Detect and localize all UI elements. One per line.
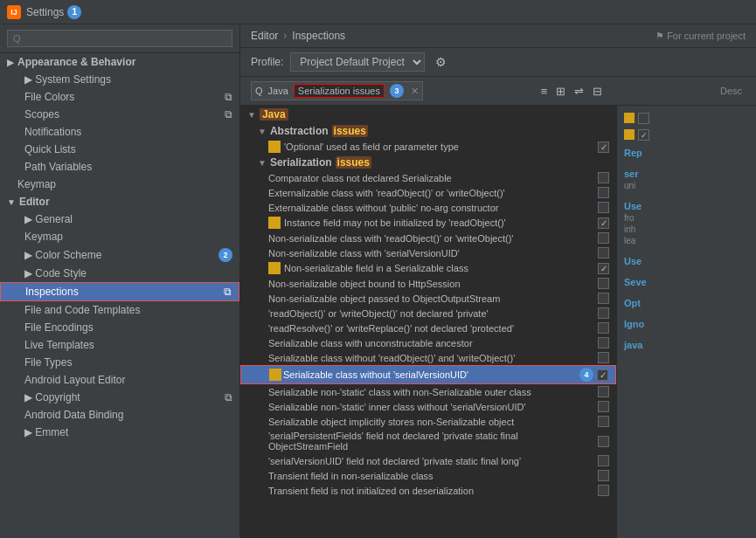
insp-item-nonser-field[interactable]: Non-serializable field in a Serializable… xyxy=(240,260,616,276)
insp-item-nonser-http[interactable]: Non-serializable object bound to HttpSes… xyxy=(240,276,616,291)
sidebar-item-notifications[interactable]: Notifications xyxy=(0,123,239,141)
sidebar-item-file-colors[interactable]: File Colors ⧉ xyxy=(0,88,239,106)
filter-btn-1[interactable]: ≡ xyxy=(538,83,551,100)
insp-item-ser-unconstructable[interactable]: Serializable class with unconstructable … xyxy=(240,335,616,350)
sidebar-item-system-settings[interactable]: ▶ System Settings xyxy=(0,71,239,88)
desc-text-fro: fro xyxy=(624,213,749,223)
item-checkbox[interactable] xyxy=(598,485,609,496)
filter-btn-2[interactable]: ⊞ xyxy=(553,83,568,100)
gear-button[interactable]: ⚙ xyxy=(432,53,450,71)
filter-btn-3[interactable]: ⇌ xyxy=(572,83,586,100)
insp-subgroup-serialization[interactable]: ▼ Serialization issues xyxy=(240,155,616,170)
breadcrumb-editor: Editor xyxy=(251,30,278,42)
sidebar: ▶ Appearance & Behavior ▶ System Setting… xyxy=(0,24,240,538)
item-label: ▶ Code Style xyxy=(24,267,87,279)
clear-search-icon[interactable]: ✕ xyxy=(411,86,419,97)
desc-title-use2: Use xyxy=(624,256,749,266)
right-panel: Editor › Inspections ⚑ For current proje… xyxy=(240,24,756,538)
item-checkbox[interactable] xyxy=(598,470,609,481)
insp-item-svuid-long[interactable]: 'serialVersionUID' field not declared 'p… xyxy=(240,453,616,468)
insp-item-text: Serializable non-'static' inner class wi… xyxy=(268,402,594,412)
insp-item-nonser-version[interactable]: Non-serializable class with 'serialVersi… xyxy=(240,245,616,260)
sidebar-item-file-encodings[interactable]: File Encodings xyxy=(0,319,239,336)
sidebar-item-file-types[interactable]: File Types xyxy=(0,354,239,371)
sidebar-search-input[interactable] xyxy=(7,30,232,47)
sidebar-item-code-style[interactable]: ▶ Code Style xyxy=(0,265,239,282)
item-checkbox[interactable] xyxy=(598,187,609,198)
insp-item-ser-without-readwrite[interactable]: Serializable class without 'readObject()… xyxy=(240,350,616,365)
item-checkbox[interactable] xyxy=(598,307,609,319)
item-checkbox[interactable] xyxy=(598,386,609,397)
sidebar-group-editor[interactable]: ▼ Editor xyxy=(0,193,239,210)
inspection-list: ▼ Java ▼ Abstraction issues 'Optional' u… xyxy=(240,106,616,538)
insp-item-comparator[interactable]: Comparator class not declared Serializab… xyxy=(240,170,616,185)
insp-item-transient-nonser[interactable]: Transient field in non-serializable clas… xyxy=(240,468,616,483)
item-checkbox[interactable] xyxy=(597,369,608,381)
desc-title-ser: ser xyxy=(624,169,749,179)
item-checkbox[interactable] xyxy=(598,232,609,244)
insp-item-ser-without-svuid[interactable]: Serializable class without 'serialVersio… xyxy=(240,365,616,384)
insp-item-text: 'serialVersionUID' field not declared 'p… xyxy=(268,456,594,466)
severity-yellow-icon xyxy=(268,141,281,153)
item-checkbox[interactable] xyxy=(598,337,609,348)
item-checkbox[interactable] xyxy=(598,352,609,363)
item-checkbox[interactable] xyxy=(598,322,609,334)
insp-subgroup-abstraction[interactable]: ▼ Abstraction issues xyxy=(240,123,616,139)
breadcrumb-inspections: Inspections xyxy=(292,30,345,42)
item-checkbox[interactable] xyxy=(598,416,609,427)
insp-item-ser-implicit[interactable]: Serializable object implicitly stores no… xyxy=(240,414,616,429)
item-checkbox[interactable] xyxy=(598,202,609,213)
sidebar-item-scopes[interactable]: Scopes ⧉ xyxy=(0,106,239,123)
sidebar-item-inspections[interactable]: Inspections ⧉ xyxy=(0,282,239,301)
breadcrumb-bar: Editor › Inspections ⚑ For current proje… xyxy=(240,24,756,48)
sidebar-item-path-variables[interactable]: Path Variables xyxy=(0,158,239,176)
sidebar-item-android-data-binding[interactable]: Android Data Binding xyxy=(0,406,239,424)
insp-item-instance-field[interactable]: Instance field may not be initialized by… xyxy=(240,215,616,231)
sidebar-item-android-layout-editor[interactable]: Android Layout Editor xyxy=(0,371,239,389)
insp-item-ser-nonstatic-inner[interactable]: Serializable non-'static' inner class wi… xyxy=(240,399,616,414)
item-label: Keymap xyxy=(17,178,56,190)
sidebar-item-color-scheme[interactable]: ▶ Color Scheme 2 xyxy=(0,245,239,265)
item-checkbox[interactable] xyxy=(598,293,609,304)
sidebar-item-live-templates[interactable]: Live Templates xyxy=(0,336,239,354)
sidebar-group-label: Editor xyxy=(19,196,50,208)
item-checkbox[interactable] xyxy=(598,247,609,259)
profile-select[interactable]: Project Default Project xyxy=(290,52,425,72)
insp-item-text: Serializable object implicitly stores no… xyxy=(268,417,594,427)
insp-item-optional[interactable]: 'Optional' used as field or parameter ty… xyxy=(240,139,616,155)
insp-item-ser-nonstatic-outer[interactable]: Serializable non-'static' class with non… xyxy=(240,384,616,399)
item-checkbox[interactable] xyxy=(598,141,609,153)
sidebar-item-general[interactable]: ▶ General xyxy=(0,210,239,228)
sidebar-item-emmet[interactable]: ▶ Emmet xyxy=(0,424,239,441)
insp-group-java[interactable]: ▼ Java xyxy=(240,106,616,123)
insp-item-text: 'Optional' used as field or parameter ty… xyxy=(284,141,594,152)
insp-item-readobject-private[interactable]: 'readObject()' or 'writeObject()' not de… xyxy=(240,306,616,321)
insp-item-text: Instance field may not be initialized by… xyxy=(284,217,594,228)
insp-item-serial-persistent[interactable]: 'serialPersistentFields' field not decla… xyxy=(240,429,616,453)
item-label: ▶ General xyxy=(24,213,73,225)
sidebar-group-appearance[interactable]: ▶ Appearance & Behavior xyxy=(0,53,239,71)
insp-item-externalizable-noarg[interactable]: Externalizable class without 'public' no… xyxy=(240,200,616,215)
sidebar-item-font[interactable]: Keymap xyxy=(0,228,239,245)
insp-item-transient-init[interactable]: Transient field is not initialized on de… xyxy=(240,483,616,498)
insp-item-externalizable-readwrite[interactable]: Externalizable class with 'readObject()'… xyxy=(240,185,616,200)
filter-btn-4[interactable]: ⊟ xyxy=(590,83,605,100)
insp-item-text: Serializable class with unconstructable … xyxy=(268,338,594,348)
sidebar-item-keymap[interactable]: Keymap xyxy=(0,176,239,193)
title-badge: 1 xyxy=(67,5,81,19)
item-checkbox[interactable] xyxy=(598,401,609,412)
item-checkbox[interactable] xyxy=(598,217,609,229)
item-label: Inspections xyxy=(25,286,79,298)
insp-item-readresolve-protected[interactable]: 'readResolve()' or 'writeReplace()' not … xyxy=(240,321,616,335)
insp-item-nonser-readwrite[interactable]: Non-serializable class with 'readObject(… xyxy=(240,231,616,245)
item-checkbox[interactable] xyxy=(598,436,609,447)
item-checkbox[interactable] xyxy=(598,263,609,274)
item-checkbox[interactable] xyxy=(598,455,609,466)
item-checkbox[interactable] xyxy=(598,278,609,289)
item-checkbox[interactable] xyxy=(598,172,609,183)
abstraction-issues-label: issues xyxy=(332,125,368,137)
sidebar-item-file-code-templates[interactable]: File and Code Templates xyxy=(0,301,239,319)
insp-item-nonser-oos[interactable]: Non-serializable object passed to Object… xyxy=(240,291,616,306)
sidebar-item-copyright[interactable]: ▶ Copyright ⧉ xyxy=(0,389,239,406)
sidebar-item-quick-lists[interactable]: Quick Lists xyxy=(0,141,239,158)
